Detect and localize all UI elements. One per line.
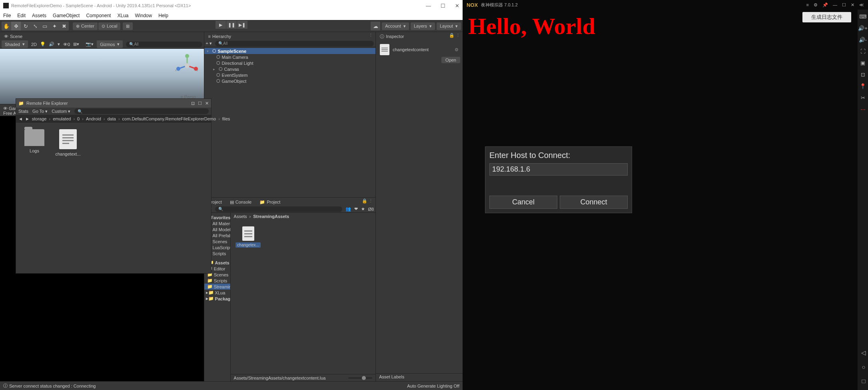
location-icon[interactable]: 📍 — [860, 83, 866, 89]
breadcrumb-item[interactable]: StreamingAssets — [253, 214, 289, 219]
account-dropdown[interactable]: Account ▾ — [382, 22, 409, 30]
connect-button[interactable]: Connect — [560, 196, 628, 209]
maximize-icon[interactable]: ☐ — [441, 3, 445, 9]
nox-minimize-icon[interactable]: — — [833, 2, 837, 7]
breadcrumb-item[interactable]: Assets — [234, 214, 247, 219]
rfe-close-icon[interactable]: ✕ — [205, 101, 209, 106]
breadcrumb-item[interactable]: storage — [32, 116, 47, 121]
breadcrumb-item[interactable]: data — [107, 116, 116, 121]
record-icon[interactable]: ⊡ — [861, 72, 865, 78]
folder-item[interactable]: ▸📁 XLua — [204, 290, 230, 296]
nox-close-icon[interactable]: ✕ — [851, 2, 854, 8]
pivot-center-button[interactable]: ⊕ Center — [73, 22, 98, 30]
screenshot-icon[interactable]: ▣ — [860, 60, 865, 66]
nav-recent-icon[interactable]: □ — [862, 378, 865, 384]
scale-tool-icon[interactable]: ⤡ — [30, 22, 40, 30]
nox-maximize-icon[interactable]: ☐ — [842, 2, 846, 8]
rfe-custom-dropdown[interactable]: Custom ▾ — [52, 109, 70, 114]
lighting-status[interactable]: Auto Generate Lighting Off — [407, 384, 459, 388]
menu-edit[interactable]: Edit — [17, 13, 26, 18]
rfe-goto-dropdown[interactable]: Go To ▾ — [32, 109, 48, 114]
lighting-icon[interactable]: 💡 — [40, 42, 46, 47]
menu-help[interactable]: Help — [158, 13, 168, 18]
folder-item-selected[interactable]: 📁 StreamingA — [204, 284, 230, 290]
nox-menu-icon[interactable]: ≡ — [806, 2, 809, 7]
rect-tool-icon[interactable]: ▭ — [40, 22, 50, 30]
more-icon[interactable]: ⋯ — [860, 106, 866, 112]
grid-icon[interactable]: ⊞▾ — [73, 42, 79, 47]
rfe-file-item[interactable]: changetext... — [56, 129, 80, 156]
tree-item[interactable]: ⬡ Directional Light — [204, 60, 376, 66]
volume-down-icon[interactable]: 🔊- — [859, 37, 867, 43]
rotate-tool-icon[interactable]: ↻ — [21, 22, 30, 30]
cancel-button[interactable]: Cancel — [489, 196, 557, 209]
transform-tool-icon[interactable]: ✦ — [50, 22, 59, 30]
hand-tool-icon[interactable]: ✋ — [2, 22, 11, 30]
rfe-dock-icon[interactable]: ⊡ — [191, 101, 195, 106]
inspector-tab[interactable]: ⓘ Inspector — [376, 32, 408, 40]
host-input[interactable] — [489, 163, 628, 176]
audio-icon[interactable]: 🔊 — [49, 42, 54, 47]
gizmos-dropdown[interactable]: Gizmos ▾ — [97, 40, 123, 48]
tree-item[interactable]: ⬡ EventSystem — [204, 72, 376, 78]
tree-scene[interactable]: ▾⬡ SampleScene — [204, 48, 376, 54]
menu-component[interactable]: Component — [86, 13, 111, 18]
cloud-icon[interactable]: ☁ — [371, 22, 380, 30]
pivot-local-button[interactable]: ⊙ Local — [98, 22, 120, 30]
rfe-folder-item[interactable]: Logs — [22, 129, 46, 153]
move-tool-icon[interactable]: ✥ — [11, 22, 21, 30]
nox-settings-icon[interactable]: ⚙ — [814, 2, 818, 8]
project-star-icon[interactable]: ★ — [361, 206, 365, 212]
scene-search[interactable]: 🔍 All — [126, 42, 202, 47]
scene-viewport[interactable]: x z ≡ Persp — [0, 49, 204, 104]
camera-icon[interactable]: 📷▾ — [86, 42, 94, 47]
hierarchy-add-icon[interactable]: + ▾ — [206, 41, 212, 46]
project-filter-icon[interactable]: 👥 — [345, 206, 351, 212]
project-tab-2[interactable]: 📁 Project — [255, 198, 284, 206]
pause-button[interactable]: ❚❚ — [226, 21, 237, 29]
keyboard-icon[interactable]: ⌨ — [859, 14, 867, 20]
asset-labels-section[interactable]: Asset Labels — [376, 373, 463, 381]
hidden-icon[interactable]: 👁0 — [63, 42, 70, 47]
project-search[interactable]: 🔍 — [215, 206, 342, 212]
scene-tab[interactable]: 👁 Scene — [0, 32, 26, 40]
fullscreen-icon[interactable]: ⛶ — [860, 48, 866, 54]
breadcrumb-item[interactable]: com.DefaultCompany.RemoteFileExplorerDem… — [122, 116, 216, 121]
thumbnail-size-slider[interactable] — [348, 377, 372, 379]
menu-gameobject[interactable]: GameObject — [53, 13, 80, 18]
layers-dropdown[interactable]: Layers ▾ — [411, 22, 435, 30]
nav-back-icon[interactable]: ◁ — [861, 349, 866, 356]
hierarchy-tab[interactable]: ≡ Hierarchy — [204, 32, 235, 40]
menu-xlua[interactable]: XLua — [117, 13, 128, 18]
rfe-stats-button[interactable]: Stats — [18, 109, 28, 114]
breadcrumb-item[interactable]: files — [222, 116, 230, 121]
project-hidden-icon[interactable]: Ø8 — [368, 207, 374, 212]
nav-home-icon[interactable]: ○ — [862, 364, 865, 370]
console-tab[interactable]: ▤ Console — [226, 198, 255, 206]
project-fav-icon[interactable]: ❤ — [354, 206, 358, 212]
rfe-search[interactable]: 🔍 — [74, 108, 209, 114]
grid-snap-button[interactable]: ⊞ — [123, 22, 133, 30]
menu-window[interactable]: Window — [135, 13, 152, 18]
tree-item[interactable]: ▸⬡ Canvas — [204, 66, 376, 72]
custom-tool-icon[interactable]: ✖ — [59, 22, 69, 30]
minimize-icon[interactable]: — — [426, 3, 431, 9]
breadcrumb-item[interactable]: emulated — [53, 116, 71, 121]
step-button[interactable]: ▶❚ — [237, 21, 247, 29]
volume-up-icon[interactable]: 🔊+ — [858, 25, 868, 31]
menu-assets[interactable]: Assets — [32, 13, 46, 18]
rfe-back-icon[interactable]: ◄ — [18, 116, 23, 121]
mode-2d-toggle[interactable]: 2D — [31, 42, 37, 47]
folder-item[interactable]: 📁 Scripts — [204, 278, 230, 284]
shaded-dropdown[interactable]: Shaded ▾ — [2, 40, 28, 48]
rfe-forward-icon[interactable]: ► — [25, 116, 30, 121]
tree-item[interactable]: ⬡ Main Camera — [204, 54, 376, 60]
tree-item[interactable]: ⬡ GameObject — [204, 78, 376, 84]
open-asset-button[interactable]: Open — [441, 57, 460, 63]
scissors-icon[interactable]: ✂ — [861, 95, 865, 101]
project-lock-icon[interactable]: 🔒 ⋮ — [359, 198, 375, 206]
layout-dropdown[interactable]: Layout ▾ — [437, 22, 461, 30]
fx-icon[interactable]: ▾ — [58, 42, 60, 47]
nox-pin-icon[interactable]: 📌 — [822, 2, 828, 8]
asset-settings-icon[interactable]: ⚙ — [455, 47, 459, 52]
